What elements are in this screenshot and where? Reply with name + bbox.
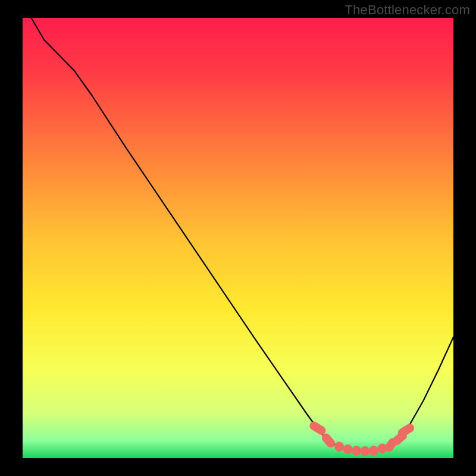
plot-area bbox=[23, 18, 453, 458]
curve-marker bbox=[343, 444, 353, 454]
curve-marker bbox=[369, 446, 378, 455]
curve-marker bbox=[334, 442, 344, 452]
plot-svg bbox=[23, 18, 453, 458]
svg-rect-2 bbox=[334, 442, 344, 452]
gradient-background bbox=[23, 18, 453, 458]
svg-rect-6 bbox=[369, 446, 378, 455]
svg-rect-5 bbox=[361, 446, 370, 456]
curve-marker bbox=[361, 446, 370, 456]
chart-stage: TheBottlenecker.com bbox=[0, 0, 476, 476]
svg-rect-3 bbox=[343, 444, 353, 454]
svg-rect-4 bbox=[352, 446, 361, 455]
curve-marker bbox=[352, 446, 361, 455]
watermark-text: TheBottlenecker.com bbox=[345, 2, 470, 18]
